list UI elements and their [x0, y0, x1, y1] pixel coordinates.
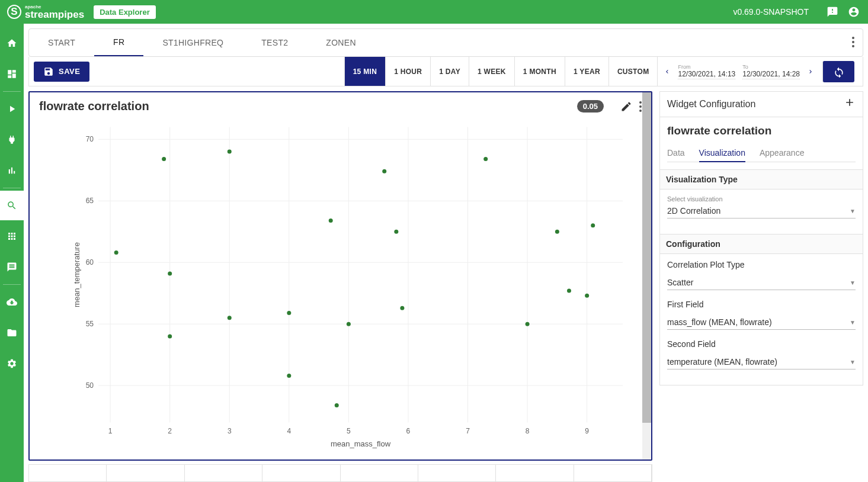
chart-widget: flowrate correlation 0.05 12345678950556…: [28, 91, 652, 461]
chart-title: flowrate correlation: [39, 99, 149, 113]
svg-point-5: [639, 110, 642, 112]
time-from-field[interactable]: From 12/30/2021, 14:13: [675, 64, 738, 79]
vis-type-select[interactable]: 2D Correlation ▼: [667, 204, 856, 218]
time-prev-icon[interactable]: [661, 67, 673, 76]
sidebar-settings[interactable]: [0, 349, 24, 378]
config-widget-title: flowrate correlation: [667, 124, 856, 137]
sidebar-home[interactable]: [0, 28, 24, 58]
time-presets: 15 MIN 1 HOUR 1 DAY 1 WEEK 1 MONTH 1 YEA…: [344, 57, 658, 86]
sidebar-search[interactable]: [0, 191, 24, 220]
svg-text:8: 8: [526, 427, 530, 435]
app-logo: S apache streampipes: [7, 5, 84, 20]
config-tab-data[interactable]: Data: [667, 144, 685, 162]
svg-text:9: 9: [585, 427, 589, 435]
config-tab-appearance[interactable]: Appearance: [760, 144, 805, 162]
tabs-more-icon[interactable]: [844, 37, 863, 49]
svg-point-51: [526, 322, 530, 326]
svg-text:7: 7: [466, 427, 470, 435]
second-field-select[interactable]: temperature (MEAN, flowrate) ▼: [667, 355, 856, 369]
save-button[interactable]: SAVE: [34, 62, 89, 82]
app-header: S apache streampipes Data Explorer v0.69…: [0, 0, 868, 24]
preset-1year[interactable]: 1 YEAR: [565, 57, 608, 86]
refresh-button[interactable]: [822, 61, 854, 82]
preset-1day[interactable]: 1 DAY: [430, 57, 469, 86]
svg-point-37: [162, 157, 166, 161]
svg-point-36: [114, 250, 118, 255]
svg-point-42: [287, 311, 291, 315]
sidebar-cloud-download[interactable]: [0, 287, 24, 317]
svg-point-54: [585, 294, 589, 298]
scatter-chart: 1234567895055606570mean_mass_flowmean_te…: [72, 120, 635, 449]
tab-fr[interactable]: FR: [94, 29, 143, 56]
sidebar-connect[interactable]: [0, 125, 24, 155]
svg-point-2: [852, 45, 854, 47]
svg-point-43: [287, 374, 291, 378]
plot-type-select[interactable]: Scatter ▼: [667, 275, 856, 290]
sidebar-bar-chart[interactable]: [0, 156, 24, 185]
sidebar-chat[interactable]: [0, 252, 24, 282]
tab-test2[interactable]: TEST2: [242, 29, 307, 56]
second-field-label: Second Field: [667, 339, 856, 349]
account-icon[interactable]: [847, 5, 861, 19]
config-header-title: Widget Configuration: [667, 99, 755, 110]
vis-type-section-header: Visualization Type: [660, 170, 863, 189]
sidebar-dashboard[interactable]: [0, 59, 24, 89]
second-field-value: temperature (MEAN, flowrate): [667, 357, 777, 367]
chart-correlation-badge: 0.05: [577, 100, 604, 113]
chevron-down-icon: ▼: [850, 208, 856, 214]
preset-custom[interactable]: CUSTOM: [608, 57, 658, 86]
svg-text:4: 4: [287, 427, 291, 435]
first-field-select[interactable]: mass_flow (MEAN, flowrate) ▼: [667, 315, 856, 330]
toolbar: SAVE 15 MIN 1 HOUR 1 DAY 1 WEEK 1 MONTH …: [28, 57, 863, 86]
svg-text:50: 50: [86, 381, 94, 390]
svg-point-40: [228, 150, 232, 154]
svg-point-52: [555, 230, 559, 234]
brand-name: streampipes: [25, 9, 84, 20]
chevron-down-icon: ▼: [850, 319, 856, 326]
preset-1hour[interactable]: 1 HOUR: [385, 57, 430, 86]
chart-edit-icon[interactable]: [620, 101, 632, 113]
svg-point-48: [394, 230, 398, 234]
add-widget-icon[interactable]: [844, 97, 856, 112]
sidebar-play[interactable]: [0, 94, 24, 124]
svg-text:70: 70: [86, 135, 94, 143]
plot-type-label: Correlation Plot Type: [667, 260, 856, 269]
svg-point-49: [400, 306, 404, 310]
config-panel: Widget Configuration flowrate correlatio…: [659, 91, 863, 482]
time-to-label: To: [742, 64, 800, 70]
vis-type-value: 2D Correlation: [667, 206, 720, 216]
svg-point-0: [852, 37, 854, 39]
chart-more-icon[interactable]: [639, 101, 642, 112]
time-range: From 12/30/2021, 14:13 To 12/30/2021, 14…: [657, 57, 858, 86]
chart-header: flowrate correlation 0.05: [30, 92, 651, 120]
time-next-icon[interactable]: [805, 67, 816, 76]
preset-1month[interactable]: 1 MONTH: [514, 57, 565, 86]
svg-text:mean_mass_flow: mean_mass_flow: [331, 439, 391, 448]
version-label: v0.69.0-SNAPSHOT: [733, 7, 809, 17]
svg-text:60: 60: [86, 258, 94, 266]
svg-text:65: 65: [86, 197, 94, 205]
feedback-icon[interactable]: [825, 5, 840, 19]
save-label: SAVE: [59, 67, 80, 76]
main-content: START FR ST1HIGHFREQ TEST2 ZONEN SAVE 15…: [24, 24, 868, 482]
tab-zonen[interactable]: ZONEN: [307, 29, 375, 56]
tab-st1highfreq[interactable]: ST1HIGHFREQ: [143, 29, 242, 56]
time-to-field[interactable]: To 12/30/2021, 14:28: [740, 64, 802, 79]
svg-text:3: 3: [228, 427, 232, 435]
svg-point-39: [168, 334, 172, 338]
preset-1week[interactable]: 1 WEEK: [469, 57, 514, 86]
tab-start[interactable]: START: [29, 29, 94, 56]
sidebar-apps[interactable]: [0, 221, 24, 251]
svg-point-47: [382, 169, 386, 173]
svg-point-1: [852, 41, 854, 43]
time-to-value: 12/30/2021, 14:28: [742, 70, 800, 79]
preset-15min[interactable]: 15 MIN: [344, 57, 385, 86]
first-field-value: mass_flow (MEAN, flowrate): [667, 317, 772, 327]
config-tab-visualization[interactable]: Visualization: [699, 144, 745, 162]
svg-text:2: 2: [168, 427, 172, 435]
chevron-down-icon: ▼: [850, 359, 856, 365]
brand-suffix: apache: [25, 5, 84, 9]
sidebar-folder[interactable]: [0, 318, 24, 348]
svg-text:55: 55: [86, 320, 94, 328]
bottom-strip: [28, 464, 652, 482]
